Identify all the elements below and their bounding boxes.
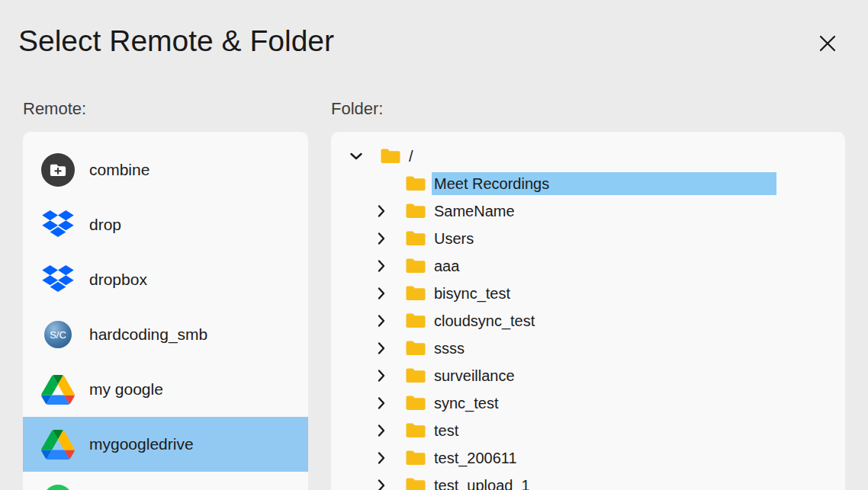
folder-name: cloudsync_test (434, 312, 535, 330)
green-remote-icon (41, 482, 75, 490)
chevron-right-icon[interactable] (372, 421, 391, 440)
remote-item-drop[interactable]: drop (23, 197, 308, 252)
folder-tree-row-cloudsync-test[interactable]: cloudsync_test (331, 307, 845, 335)
folder-name: aaa (434, 258, 459, 275)
remote-item-hardcoding-smb[interactable]: S/C hardcoding_smb (23, 307, 308, 362)
folder-tree-row-users[interactable]: Users (331, 225, 845, 252)
folder-name: test_upload_1 (434, 477, 530, 490)
dropbox-icon (41, 263, 75, 296)
remote-item-label: my google (89, 380, 163, 399)
folder-tree-row-aaa[interactable]: aaa (331, 252, 845, 280)
folder-tree-row-test-200611[interactable]: test_200611 (331, 444, 845, 472)
folder-name: surveillance (434, 367, 515, 385)
chevron-right-icon[interactable] (372, 339, 391, 357)
dialog-title: Select Remote & Folder (18, 24, 334, 58)
folder-icon (405, 367, 426, 384)
folder-name: SameName (434, 203, 515, 220)
folder-tree-row-bisync-test[interactable]: bisync_test (331, 280, 845, 307)
chevron-right-icon[interactable] (372, 284, 391, 303)
folder-tree-row-meet-recordings[interactable]: Meet Recordings (331, 170, 845, 197)
folder-icon (405, 422, 426, 439)
remote-item-label: hardcoding_smb (89, 325, 207, 344)
folder-name: sync_test (434, 395, 498, 412)
folder-icon (405, 175, 426, 192)
folder-name: test (434, 422, 458, 440)
folder-icon (405, 258, 426, 274)
folder-name: ssss (434, 340, 465, 357)
combine-icon (41, 153, 75, 187)
remote-item-label: drop (89, 216, 121, 234)
remote-item-item[interactable] (23, 472, 308, 490)
folder-icon (405, 285, 426, 302)
smb-icon: S/C (41, 318, 75, 351)
remote-item-my-google[interactable]: my google (23, 362, 308, 417)
folder-tree-row-samename[interactable]: SameName (331, 197, 845, 225)
folder-label: Folder: (331, 99, 383, 119)
chevron-down-icon[interactable] (347, 147, 365, 165)
folder-tree-row-surveillance[interactable]: surveillance (331, 362, 845, 389)
chevron-right-icon[interactable] (372, 202, 391, 220)
folder-icon (380, 148, 401, 165)
remote-item-dropbox[interactable]: dropbox (23, 252, 308, 307)
chevron-right-icon[interactable] (372, 257, 391, 275)
select-remote-folder-dialog: Select Remote & Folder Remote: Folder: c… (0, 0, 868, 490)
folder-tree-row-ssss[interactable]: ssss (331, 335, 845, 362)
chevron-right-icon[interactable] (372, 394, 391, 412)
folder-icon (405, 340, 426, 357)
remote-item-mygoogledrive[interactable]: mygoogledrive (23, 417, 308, 472)
folder-name: Meet Recordings (432, 172, 776, 195)
folder-name: bisync_test (434, 285, 510, 303)
close-icon (818, 34, 837, 53)
google-drive-icon (41, 373, 75, 406)
chevron-right-icon[interactable] (372, 449, 391, 467)
folder-icon (405, 203, 426, 219)
remote-item-label: combine (89, 161, 149, 179)
folder-icon (405, 450, 426, 466)
folder-icon (405, 312, 426, 329)
remote-label: Remote: (23, 99, 86, 119)
folder-tree-row-test[interactable]: test (331, 417, 845, 444)
chevron-right-icon[interactable] (372, 229, 391, 248)
google-drive-icon (41, 428, 75, 461)
folder-icon (405, 230, 426, 247)
folder-tree-row-test-upload-1[interactable]: test_upload_1 (331, 472, 845, 490)
chevron-right-icon[interactable] (372, 367, 391, 385)
folder-tree-row-root[interactable]: / (331, 143, 845, 170)
folder-icon (405, 395, 426, 412)
remote-item-label: dropbox (89, 271, 147, 289)
chevron-right-icon[interactable] (372, 312, 391, 330)
folder-name: / (409, 148, 413, 165)
folder-name: Users (434, 230, 474, 248)
dropbox-icon (41, 208, 75, 242)
chevron-right-icon[interactable] (372, 476, 391, 490)
remote-list: combine drop dropbox S/C hardcoding_smb … (23, 132, 308, 490)
remote-item-combine[interactable]: combine (23, 143, 308, 197)
folder-icon (405, 477, 426, 490)
folder-name: test_200611 (434, 450, 517, 467)
svg-text:S/C: S/C (50, 329, 66, 341)
remote-item-label: mygoogledrive (89, 435, 194, 453)
folder-tree: / Meet Recordings SameName Users aaa bis… (331, 132, 845, 490)
close-button[interactable] (812, 30, 844, 56)
folder-tree-row-sync-test[interactable]: sync_test (331, 389, 845, 417)
